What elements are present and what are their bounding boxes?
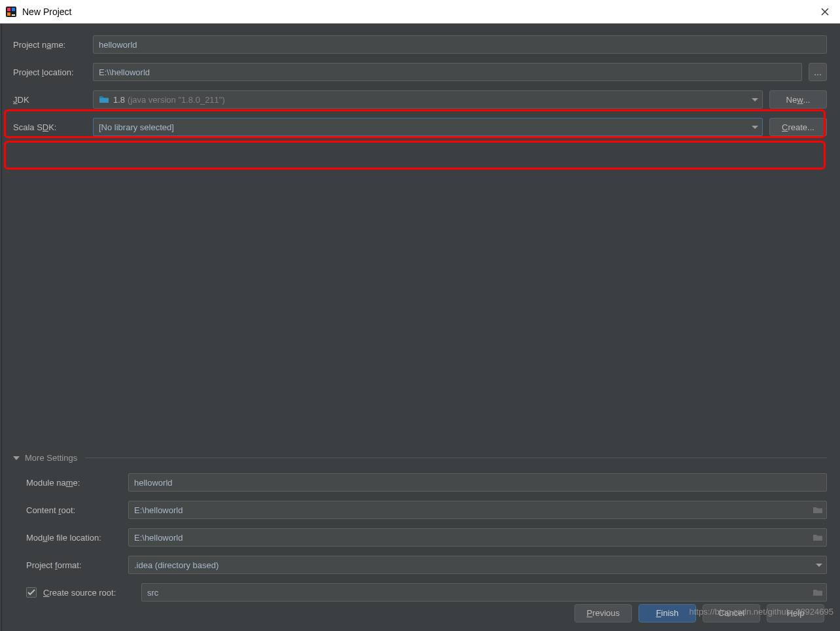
module-name-label: Module name: — [26, 478, 128, 488]
project-location-input[interactable] — [93, 63, 802, 81]
jdk-new-button[interactable]: New... — [769, 90, 827, 109]
help-button[interactable]: Help — [767, 604, 824, 622]
triangle-down-icon — [13, 456, 20, 460]
project-name-label: Project name: — [13, 40, 93, 50]
svg-rect-7 — [99, 96, 103, 98]
module-name-input[interactable] — [128, 473, 827, 492]
close-icon — [821, 8, 829, 16]
svg-rect-3 — [7, 12, 10, 16]
jdk-dropdown[interactable]: 1.8 (java version "1.8.0_211") — [93, 90, 763, 109]
side-divider — [1, 24, 2, 631]
folder-icon[interactable] — [813, 533, 823, 542]
browse-location-button[interactable]: ... — [809, 63, 827, 81]
more-settings-toggle[interactable]: More Settings — [13, 453, 827, 463]
folder-icon[interactable] — [813, 505, 823, 514]
cancel-button[interactable]: Cancel — [703, 604, 760, 622]
svg-rect-1 — [7, 8, 10, 11]
project-format-dropdown[interactable]: .idea (directory based) — [128, 556, 827, 574]
chevron-down-icon — [752, 98, 758, 101]
content-root-input[interactable] — [128, 501, 827, 519]
chevron-down-icon — [752, 126, 758, 129]
scala-create-button[interactable]: Create... — [769, 118, 827, 136]
module-file-location-input[interactable] — [128, 528, 827, 547]
chevron-down-icon — [816, 564, 822, 567]
more-settings-label: More Settings — [25, 453, 77, 463]
scala-sdk-dropdown[interactable]: [No library selected] — [93, 118, 763, 136]
content-root-label: Content root: — [26, 505, 128, 515]
window-title: New Project — [22, 7, 71, 17]
module-file-location-label: Module file location: — [26, 533, 128, 543]
more-settings-divider — [85, 458, 827, 458]
project-format-value: .idea (directory based) — [134, 560, 219, 570]
close-button[interactable] — [815, 2, 835, 22]
previous-button[interactable]: Previous — [574, 604, 632, 622]
finish-button[interactable]: Finish — [639, 604, 696, 622]
scala-sdk-label: Scala SDK: — [13, 122, 93, 132]
scala-sdk-value: [No library selected] — [99, 122, 174, 132]
jdk-version-detail: (java version "1.8.0_211") — [128, 95, 225, 105]
jdk-version: 1.8 — [113, 95, 125, 105]
project-name-input[interactable] — [93, 35, 827, 54]
folder-icon — [99, 95, 109, 104]
svg-rect-4 — [12, 14, 15, 16]
project-format-label: Project format: — [26, 560, 128, 570]
project-location-label: Project location: — [13, 67, 93, 77]
intellij-icon — [5, 6, 17, 18]
svg-rect-2 — [12, 8, 15, 11]
highlight-scala-row — [4, 141, 826, 170]
jdk-label: JDK — [13, 95, 93, 105]
